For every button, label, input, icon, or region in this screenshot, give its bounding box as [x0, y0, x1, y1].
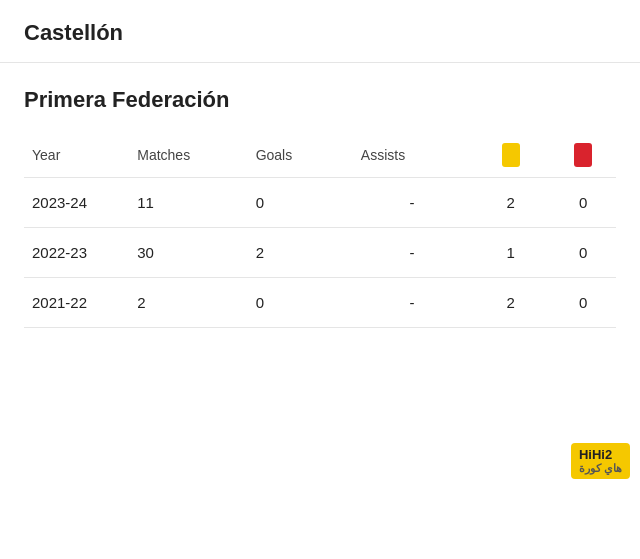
cell-red: 0: [550, 228, 616, 278]
section-title: Primera Federación: [24, 87, 616, 113]
table-row: 2022-23302-10: [24, 228, 616, 278]
cell-matches: 30: [129, 228, 247, 278]
red-card-icon: [574, 143, 592, 167]
table-header-row: Year Matches Goals Assists: [24, 133, 616, 178]
cell-red: 0: [550, 278, 616, 328]
watermark-badge: HiHi2 هاي كورة: [571, 443, 630, 479]
yellow-card-icon: [502, 143, 520, 167]
header: Castellón: [0, 0, 640, 63]
cell-year: 2022-23: [24, 228, 129, 278]
cell-assists: -: [353, 228, 471, 278]
col-header-goals: Goals: [248, 133, 353, 178]
watermark-text: HiHi2: [579, 447, 612, 462]
stats-table: Year Matches Goals Assists 2023-24110-20…: [24, 133, 616, 328]
cell-year: 2023-24: [24, 178, 129, 228]
col-header-assists: Assists: [353, 133, 471, 178]
stats-section: Primera Federación Year Matches Goals As…: [0, 63, 640, 328]
cell-yellow: 1: [471, 228, 550, 278]
cell-goals: 0: [248, 178, 353, 228]
table-row: 2023-24110-20: [24, 178, 616, 228]
watermark-subtext: هاي كورة: [579, 462, 622, 475]
cell-yellow: 2: [471, 178, 550, 228]
page-title: Castellón: [24, 20, 123, 45]
cell-goals: 0: [248, 278, 353, 328]
cell-assists: -: [353, 178, 471, 228]
cell-matches: 2: [129, 278, 247, 328]
col-header-matches: Matches: [129, 133, 247, 178]
col-header-year: Year: [24, 133, 129, 178]
cell-matches: 11: [129, 178, 247, 228]
col-header-red: [550, 133, 616, 178]
col-header-yellow: [471, 133, 550, 178]
cell-goals: 2: [248, 228, 353, 278]
table-row: 2021-2220-20: [24, 278, 616, 328]
cell-red: 0: [550, 178, 616, 228]
cell-assists: -: [353, 278, 471, 328]
cell-year: 2021-22: [24, 278, 129, 328]
cell-yellow: 2: [471, 278, 550, 328]
